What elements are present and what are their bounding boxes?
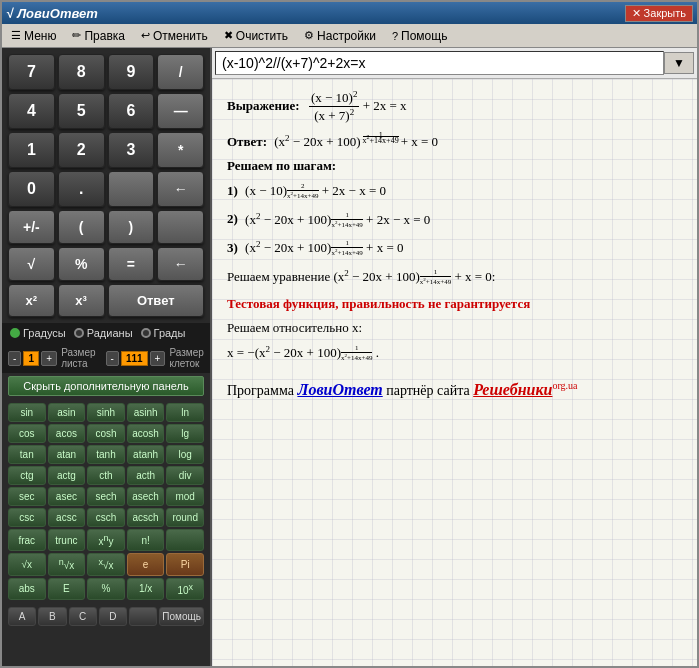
sci-lg[interactable]: lg [166,424,204,443]
btn-2[interactable]: 2 [58,132,105,168]
btn-empty2[interactable] [157,210,204,244]
btn-rparen[interactable]: ) [108,210,155,244]
edit-button[interactable]: ✏ Правка [65,26,132,46]
settings-button[interactable]: ⚙ Настройки [297,26,383,46]
btn-8[interactable]: 8 [58,54,105,90]
btn-equals[interactable]: = [108,247,155,281]
btn-C[interactable]: C [69,607,97,626]
sci-csc[interactable]: csc [8,508,46,527]
size-cells-minus[interactable]: - [106,351,119,366]
sci-acos[interactable]: acos [48,424,86,443]
btn-0[interactable]: 0 [8,171,55,207]
input-dropdown-button[interactable]: ▼ [664,52,694,74]
sci-sqrt[interactable]: √x [8,553,46,575]
sci-xrootx[interactable]: x√x [87,553,125,575]
sci-ln[interactable]: ln [166,403,204,422]
sci-10x[interactable]: 10x [166,578,204,600]
btn-mul[interactable]: * [157,132,204,168]
btn-lparen[interactable]: ( [58,210,105,244]
sci-cth[interactable]: cth [87,466,125,485]
btn-plusminus[interactable]: +/- [8,210,55,244]
toggle-panel-button[interactable]: Скрыть дополнительную панель [8,376,204,396]
sci-e[interactable]: e [127,553,165,575]
btn-dot[interactable]: . [58,171,105,207]
btn-3[interactable]: 3 [108,132,155,168]
sci-asinh[interactable]: asinh [127,403,165,422]
menu-button[interactable]: ☰ Меню [4,26,63,46]
sci-inv[interactable]: 1/x [127,578,165,600]
sci-tan[interactable]: tan [8,445,46,464]
sci-abs[interactable]: abs [8,578,46,600]
edit-icon: ✏ [72,29,81,42]
btn-percent[interactable]: % [58,247,105,281]
sci-factorial[interactable]: n! [127,529,165,551]
sci-acth[interactable]: acth [127,466,165,485]
sci-tanh[interactable]: tanh [87,445,125,464]
btn-A[interactable]: A [8,607,36,626]
size-leaf-minus[interactable]: - [8,351,21,366]
sci-nrootx[interactable]: n√x [48,553,86,575]
partner-line: Программа ЛовиОтвет партнёр сайта Решебн… [227,380,682,399]
sci-pi[interactable]: Pi [166,553,204,575]
site-name-link[interactable]: Решебники [473,381,552,398]
app-name-link[interactable]: ЛовиОтвет [297,381,382,398]
btn-sq2[interactable]: x² [8,284,55,317]
answer-button[interactable]: Ответ [108,284,205,317]
size-cells-plus[interactable]: + [150,351,166,366]
radio-radians[interactable]: Радианы [74,327,133,339]
sci-atanh[interactable]: atanh [127,445,165,464]
sci-mod[interactable]: mod [166,487,204,506]
sci-ctg[interactable]: ctg [8,466,46,485]
sci-asec[interactable]: asec [48,487,86,506]
sci-csch[interactable]: csch [87,508,125,527]
sci-sin[interactable]: sin [8,403,46,422]
btn-sqrt[interactable]: √ [8,247,55,281]
sci-div[interactable]: div [166,466,204,485]
sci-cosh[interactable]: cosh [87,424,125,443]
expr-denominator: (x + 7)2 [309,107,360,124]
size-leaf-plus[interactable]: + [41,351,57,366]
sci-acosh[interactable]: acosh [127,424,165,443]
clear-button[interactable]: ✖ Очистить [217,26,295,46]
sci-acsc[interactable]: acsc [48,508,86,527]
sci-frac[interactable]: frac [8,529,46,551]
close-button[interactable]: ✕ Закрыть [625,5,693,22]
btn-9[interactable]: 9 [108,54,155,90]
help-button[interactable]: ? Помощь [385,26,454,46]
btn-sq3[interactable]: x³ [58,284,105,317]
sci-asin[interactable]: asin [48,403,86,422]
sci-trunc[interactable]: trunc [48,529,86,551]
undo-button[interactable]: ↩ Отменить [134,26,215,46]
expr-fraction: (x − 10)2 (x + 7)2 [309,89,360,125]
sci-sec[interactable]: sec [8,487,46,506]
step1-exp-frac: 2 x2+14x+49 [287,182,318,200]
btn-4[interactable]: 4 [8,93,55,129]
sci-actg[interactable]: actg [48,466,86,485]
sci-atan[interactable]: atan [48,445,86,464]
radio-grads[interactable]: Грады [141,327,186,339]
sci-asech[interactable]: asech [127,487,165,506]
expression-input[interactable] [215,51,664,75]
sci-cos[interactable]: cos [8,424,46,443]
btn-7[interactable]: 7 [8,54,55,90]
sci-log[interactable]: log [166,445,204,464]
btn-backspace[interactable]: ← [157,171,204,207]
btn-back2[interactable]: ← [157,247,204,281]
sci-bigE[interactable]: E [48,578,86,600]
btn-help-bot[interactable]: Помощь [159,607,204,626]
sci-acsch[interactable]: acsch [127,508,165,527]
sci-sinh[interactable]: sinh [87,403,125,422]
btn-D[interactable]: D [99,607,127,626]
radio-degrees[interactable]: Градусы [10,327,66,339]
sci-perc[interactable]: % [87,578,125,600]
sci-sech[interactable]: sech [87,487,125,506]
btn-1[interactable]: 1 [8,132,55,168]
btn-empty1[interactable] [108,171,155,207]
btn-5[interactable]: 5 [58,93,105,129]
btn-6[interactable]: 6 [108,93,155,129]
btn-div[interactable]: / [157,54,204,90]
sci-round[interactable]: round [166,508,204,527]
btn-minus[interactable]: — [157,93,204,129]
sci-xny[interactable]: xny [87,529,125,551]
btn-B[interactable]: B [38,607,66,626]
